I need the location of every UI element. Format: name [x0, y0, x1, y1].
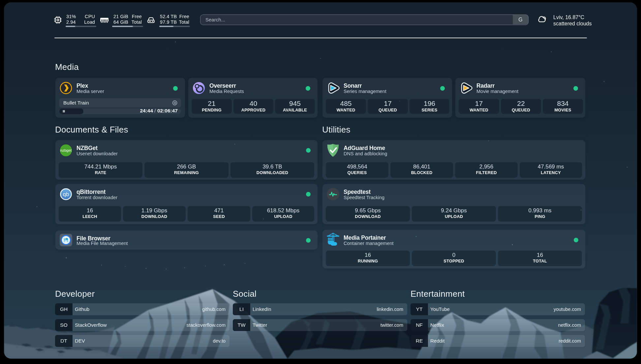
svg-text:nzbget: nzbget — [60, 148, 72, 152]
svg-text:qb: qb — [63, 191, 69, 197]
